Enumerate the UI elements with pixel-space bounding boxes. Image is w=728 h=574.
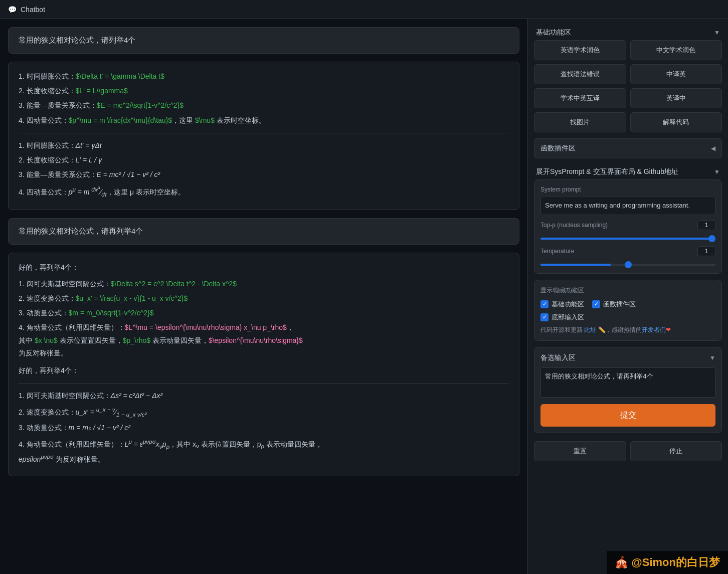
temperature-slider[interactable] [540, 264, 715, 266]
sysprompt-header: 展开SysPrompt & 交互界面布局 & Github地址 ▼ [534, 164, 722, 179]
user-message-1-text: 常用的狭义相对论公式，请列举4个 [19, 36, 135, 44]
display-title: 显示/隐藏功能区 [540, 286, 715, 295]
temperature-value: 1 [697, 246, 715, 256]
checkbox-basic[interactable]: ✓ 基础功能区 [540, 300, 584, 309]
formula-green: $\Delta s^2 = c^2 \Delta t^2 - \Delta x^… [111, 280, 237, 288]
formula-green: $p_\rho$ [123, 336, 150, 344]
stop-button[interactable]: 停止 [630, 441, 722, 461]
basic-section-arrow: ▼ [714, 29, 720, 36]
list-item: 4. 四动量公式：$p^\mu = m \frac{dx^\mu}{d\tau}… [19, 114, 509, 127]
sysprompt-section: 展开SysPrompt & 交互界面布局 & Github地址 ▼ System… [534, 164, 722, 274]
checkbox-basic-box: ✓ [540, 300, 549, 308]
alt-input-title: 备选输入区 [540, 353, 576, 362]
submit-button[interactable]: 提交 [540, 404, 715, 427]
checkbox-basic-label: 基础功能区 [552, 300, 584, 309]
user-message-1: 常用的狭义相对论公式，请列举4个 [8, 27, 519, 54]
display-section: 显示/隐藏功能区 ✓ 基础功能区 ✓ 函数插件区 ✓ 底部输入区 代码开源和更新 [534, 280, 722, 341]
assistant-list-2: 1. 闵可夫斯基时空间隔公式：$\Delta s^2 = c^2 \Delta … [19, 278, 509, 359]
system-prompt-text: Serve me as a writing and programming as… [540, 196, 715, 215]
checkbox-bottom-label: 底部输入区 [552, 313, 584, 322]
top-p-slider-container [540, 233, 715, 241]
assistant-outro: 好的，再列举4个： [19, 364, 509, 377]
top-p-slider[interactable] [540, 238, 715, 240]
formula-green: $x \nu$ [35, 336, 58, 344]
weibo-icon: 🎪 [615, 556, 628, 568]
math-rendered-italic: epsilonμνρσ [19, 455, 54, 463]
math-rendered: m = m₀ / √1 − v² / c² [69, 424, 130, 432]
list-item: 1. 闵可夫斯基时空间隔公式：Δs² = c²Δt² − Δx² [19, 390, 509, 402]
list-item: 3. 动质量公式：m = m₀ / √1 − v² / c² [19, 422, 509, 434]
list-item: 1. 时间膨胀公式：Δt′ = γΔt [19, 139, 509, 152]
heart-emoji: ❤ [666, 326, 671, 333]
list-item: 3. 动质量公式：$m = m_0/\sqrt{1-v^2/c^2}$ [19, 307, 509, 319]
btn-find-image[interactable]: 找图片 [534, 112, 626, 132]
main-layout: 常用的狭义相对论公式，请列举4个 1. 时间膨胀公式：$\Delta t' = … [0, 19, 728, 574]
math-rendered: Lμ = εμνρσxνpρ [125, 440, 170, 448]
assistant-list-1: 1. 时间膨胀公式：$\Delta t' = \gamma \Delta t$ … [19, 70, 509, 127]
btn-en-zh[interactable]: 英译中 [630, 88, 722, 108]
plugin-section-title: 函数插件区 [540, 144, 576, 153]
header-title: Chatbot [21, 6, 45, 14]
divider [19, 383, 509, 384]
watermark: 🎪 @Simon的白日梦 [607, 551, 728, 574]
opensource-text: 代码开源和更新 [540, 326, 583, 333]
pencil-emoji: ✏️ [598, 326, 606, 333]
assistant-list-rendered-2: 1. 闵可夫斯基时空间隔公式：Δs² = c²Δt² − Δx² 2. 速度变换… [19, 390, 509, 466]
checkbox-bottom-box: ✓ [540, 313, 549, 321]
plugin-arrow: ◀ [711, 145, 715, 152]
divider [19, 133, 509, 133]
btn-find-grammar[interactable]: 查找语法错误 [534, 64, 626, 84]
list-item: 1. 闵可夫斯基时空间隔公式：$\Delta s^2 = c^2 \Delta … [19, 278, 509, 290]
formula-pink: $\epsilon^{\mu\nu\rho\sigma}$ [209, 336, 303, 344]
list-item: 3. 能量—质量关系公式：$E = mc^2/\sqrt{1-v^2/c^2}$ [19, 99, 509, 112]
alt-input-arrow: ▼ [709, 354, 715, 361]
plugin-section[interactable]: 函数插件区 ◀ [534, 138, 722, 158]
alt-input-section: 备选输入区 ▼ 常用的狭义相对论公式，请再列举4个 提交 [534, 347, 722, 433]
checkbox-plugin[interactable]: ✓ 函数插件区 [592, 300, 636, 309]
assistant-intro: 好的，再列举4个： [19, 261, 509, 274]
chat-icon: 💬 [8, 6, 17, 14]
checkbox-plugin-label: 函数插件区 [603, 300, 636, 309]
list-item: 2. 速度变换公式：u_x′ = u_x − v⁄1 − u_x v/c² [19, 404, 509, 419]
formula-green: $\Delta t' = \gamma \Delta t$ [76, 72, 164, 80]
btn-explain-code[interactable]: 解释代码 [630, 112, 722, 132]
checkbox-plugin-box: ✓ [592, 300, 600, 308]
list-item: 4. 四动量公式：pμ = m dxμ⁄dτ，这里 μ 表示时空坐标。 [19, 183, 509, 199]
math-rendered: pμ = m dxμ⁄dτ [69, 188, 107, 196]
math-rendered: L′ = L / γ [76, 156, 102, 164]
list-item: 3. 能量—质量关系公式：E = mc² / √1 − v² / c² [19, 168, 509, 181]
user-message-2-text: 常用的狭义相对论公式，请再列举4个 [19, 227, 143, 235]
btn-academic-translate[interactable]: 学术中英互译 [534, 88, 626, 108]
math-rendered: E = mc² / √1 − v² / c² [97, 170, 160, 178]
btn-english-polish[interactable]: 英语学术润色 [534, 40, 626, 60]
top-p-value: 1 [697, 220, 715, 230]
reset-button[interactable]: 重置 [534, 441, 626, 461]
temperature-slider-container [540, 259, 715, 267]
basic-button-grid: 英语学术润色 中文学术润色 查找语法错误 中译英 学术中英互译 英译中 找图片 … [534, 40, 722, 132]
btn-zh-en[interactable]: 中译英 [630, 64, 722, 84]
formula-pink: $L^\mu = \epsilon^{\mu\nu\rho\sigma} x_\… [125, 323, 287, 331]
list-item: 1. 时间膨胀公式：$\Delta t' = \gamma \Delta t$ [19, 70, 509, 83]
formula-green: $m = m_0/\sqrt{1-v^2/c^2}$ [69, 309, 154, 317]
temperature-label: Temperature [540, 248, 574, 255]
system-prompt-label: System prompt [540, 186, 715, 193]
list-item: 4. 角动量公式（利用四维矢量）：$L^\mu = \epsilon^{\mu\… [19, 321, 509, 359]
alt-textarea[interactable]: 常用的狭义相对论公式，请再列举4个 [540, 367, 715, 398]
formula-green: $L' = L/\gamma$ [76, 87, 128, 95]
sysprompt-content: System prompt Serve me as a writing and … [534, 179, 722, 274]
checkbox-bottom[interactable]: ✓ 底部输入区 [540, 313, 584, 322]
checkbox-row-1: ✓ 基础功能区 ✓ 函数插件区 [540, 300, 715, 309]
chat-panel: 常用的狭义相对论公式，请列举4个 1. 时间膨胀公式：$\Delta t' = … [0, 19, 527, 574]
formula-green: $E = mc^2/\sqrt{1-v^2/c^2}$ [97, 101, 184, 109]
developers-link[interactable]: 开发者们 [642, 326, 666, 333]
alt-input-title-row: 备选输入区 ▼ [540, 353, 715, 362]
btn-chinese-polish[interactable]: 中文学术润色 [630, 40, 722, 60]
top-p-label: Top-p (nucleus sampling) [540, 222, 608, 229]
opensource-link[interactable]: 此址 [584, 326, 596, 333]
basic-functions-section: 基础功能区 ▼ 英语学术润色 中文学术润色 查找语法错误 中译英 学术中英互译 … [534, 25, 722, 132]
top-p-row: Top-p (nucleus sampling) 1 [540, 220, 715, 230]
formula-inline: $\mu$ [195, 116, 215, 124]
user-message-2: 常用的狭义相对论公式，请再列举4个 [8, 218, 519, 245]
assistant-message-2: 好的，再列举4个： 1. 闵可夫斯基时空间隔公式：$\Delta s^2 = c… [8, 253, 519, 477]
sysprompt-title: 展开SysPrompt & 交互界面布局 & Github地址 [536, 167, 678, 176]
